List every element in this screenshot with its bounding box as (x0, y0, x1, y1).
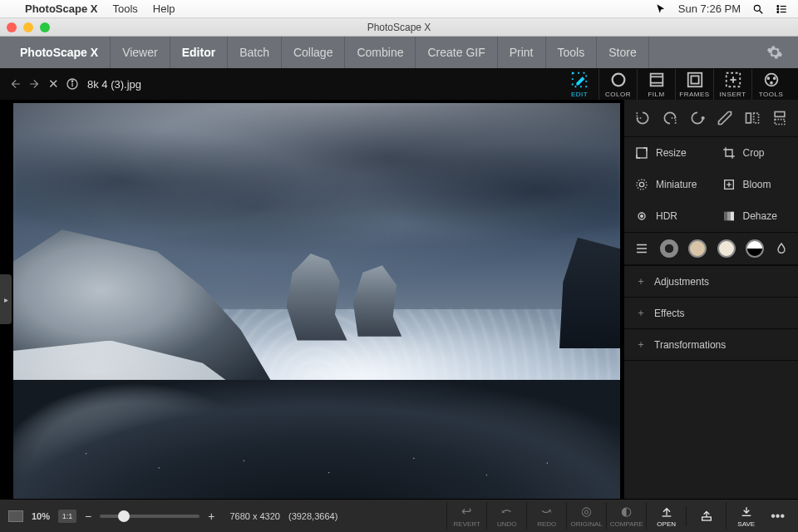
macos-menubar: PhotoScape X Tools Help Sun 7:26 PM (0, 0, 798, 18)
close-file-icon[interactable]: ✕ (48, 76, 59, 91)
app-body: ✕ 8k 4 (3).jpg EDIT COLOR FILM FRAMES (0, 68, 798, 532)
panel-resize[interactable]: Resize (624, 137, 712, 169)
svg-rect-27 (753, 113, 758, 123)
tooltab-tools[interactable]: TOOLS (751, 69, 790, 100)
image-canvas[interactable] (13, 103, 620, 499)
tab-print[interactable]: Print (498, 37, 546, 68)
nav-forward-icon[interactable] (28, 78, 42, 90)
original-label: ORIGINAL (571, 520, 603, 528)
zoom-in-icon[interactable]: + (208, 510, 214, 523)
share-icon (700, 508, 713, 523)
tooltab-color[interactable]: COLOR (598, 69, 637, 100)
share-button[interactable] (686, 506, 726, 526)
tab-create-gif[interactable]: Create GIF (416, 37, 497, 68)
svg-point-37 (641, 215, 643, 218)
menubar-item-help[interactable]: Help (153, 2, 175, 15)
svg-rect-40 (731, 212, 734, 221)
right-panel: Resize Crop Miniature Bloom HDR (623, 100, 798, 499)
flip-vertical-icon[interactable] (770, 108, 790, 128)
nav-back-icon[interactable] (8, 78, 22, 90)
open-button[interactable]: OPEN (646, 502, 686, 530)
undo-button[interactable]: ⤺UNDO (486, 502, 526, 530)
save-button[interactable]: SAVE (726, 502, 766, 530)
film-icon (648, 71, 666, 89)
tooltab-film[interactable]: FILM (637, 69, 675, 100)
tooltab-insert[interactable]: INSERT (713, 69, 751, 100)
compare-icon: ◐ (621, 504, 632, 519)
tab-tools[interactable]: Tools (546, 37, 598, 68)
menubar-app-name[interactable]: PhotoScape X (25, 2, 97, 15)
straighten-icon[interactable] (715, 108, 735, 128)
section-adjustments[interactable]: ＋ Adjustments (624, 265, 798, 297)
svg-point-31 (639, 182, 643, 186)
rotate-ccw-icon[interactable] (633, 108, 653, 128)
preset-list-icon[interactable] (634, 241, 649, 256)
zoom-percent[interactable]: 10% (32, 511, 50, 521)
menubar-item-tools[interactable]: Tools (112, 2, 137, 15)
tooltab-color-label: COLOR (605, 91, 631, 98)
minimize-window-button[interactable] (23, 22, 33, 32)
panel-miniature[interactable]: Miniature (624, 169, 712, 200)
settings-gear-icon[interactable] (760, 44, 790, 61)
more-menu-icon[interactable]: ••• (766, 509, 790, 524)
tooltab-frames[interactable]: FRAMES (675, 69, 713, 100)
traffic-lights[interactable] (7, 22, 50, 32)
revert-icon: ↩ (461, 504, 472, 519)
tooltab-edit[interactable]: EDIT (560, 69, 598, 100)
menubar-clock[interactable]: Sun 7:26 PM (678, 2, 741, 15)
panel-crop[interactable]: Crop (712, 137, 799, 169)
cursor-position: (3928,3664) (288, 511, 337, 521)
compare-button[interactable]: ◐COMPARE (606, 502, 646, 530)
section-transformations[interactable]: ＋ Transformations (624, 328, 798, 361)
panel-crop-label: Crop (743, 147, 765, 159)
swatch-4[interactable] (746, 239, 764, 258)
navigator-thumb[interactable] (8, 510, 23, 522)
zoom-slider[interactable] (100, 515, 200, 518)
section-adjustments-label: Adjustments (654, 276, 709, 288)
swatch-2[interactable] (688, 239, 707, 258)
original-button[interactable]: ◎ORIGINAL (566, 502, 606, 530)
rotate-angle-icon[interactable] (687, 108, 707, 128)
tab-store[interactable]: Store (597, 37, 648, 68)
maximize-window-button[interactable] (40, 22, 50, 32)
left-panel-toggle[interactable]: ▸ (0, 274, 12, 324)
tab-photoscape-x[interactable]: PhotoScape X (8, 37, 111, 68)
tab-viewer[interactable]: Viewer (111, 37, 170, 68)
swatch-3[interactable] (717, 239, 736, 258)
section-effects[interactable]: ＋ Effects (624, 297, 798, 328)
panel-dehaze[interactable]: Dehaze (712, 200, 799, 232)
file-info-icon[interactable] (66, 77, 79, 91)
revert-button[interactable]: ↩REVERT (446, 502, 486, 530)
panel-bloom-label: Bloom (743, 179, 771, 190)
svg-rect-39 (727, 212, 731, 221)
frames-icon (686, 71, 704, 89)
tab-batch[interactable]: Batch (228, 37, 282, 68)
panel-hdr[interactable]: HDR (624, 200, 712, 232)
swatch-1[interactable] (660, 239, 678, 258)
save-label: SAVE (737, 520, 755, 528)
menu-list-icon[interactable] (776, 3, 788, 15)
tab-collage[interactable]: Collage (282, 37, 345, 68)
zoom-slider-knob[interactable] (118, 510, 130, 522)
tooltab-film-label: FILM (648, 91, 664, 98)
zoom-out-icon[interactable]: − (85, 510, 91, 523)
svg-point-25 (702, 117, 704, 120)
svg-point-2 (777, 5, 779, 7)
redo-icon: ⤻ (541, 504, 552, 519)
svg-point-32 (637, 180, 647, 190)
resize-icon (634, 145, 649, 160)
droplet-icon[interactable] (775, 241, 788, 256)
redo-label: REDO (537, 520, 556, 528)
close-window-button[interactable] (7, 22, 17, 32)
redo-button[interactable]: ⤻REDO (526, 502, 566, 530)
app-tab-bar: PhotoScape X Viewer Editor Batch Collage… (0, 37, 798, 68)
zoom-1to1-button[interactable]: 1:1 (58, 510, 76, 523)
hdr-icon (634, 209, 649, 224)
panel-bloom[interactable]: Bloom (712, 169, 799, 200)
tab-editor[interactable]: Editor (170, 37, 228, 68)
tab-combine[interactable]: Combine (345, 37, 416, 68)
tooltab-frames-label: FRAMES (679, 91, 709, 98)
spotlight-icon[interactable] (752, 3, 764, 15)
flip-horizontal-icon[interactable] (742, 108, 762, 128)
rotate-cw-icon[interactable] (660, 108, 680, 128)
